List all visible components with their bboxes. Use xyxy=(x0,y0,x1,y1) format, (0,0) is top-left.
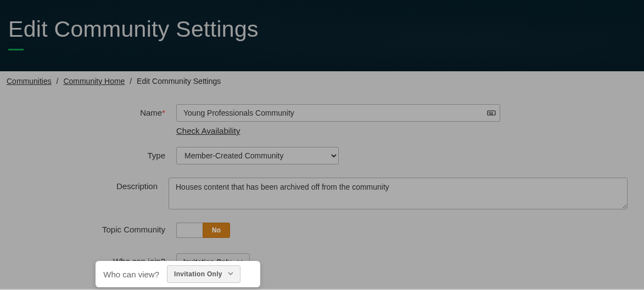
breadcrumb-community-home[interactable]: Community Home xyxy=(63,77,125,86)
title-underline xyxy=(8,49,24,50)
breadcrumb-separator: / xyxy=(130,77,132,86)
label-type: Type xyxy=(9,147,176,160)
row-topic-community: Topic Community No xyxy=(9,223,635,238)
row-type: Type Member-Created Community xyxy=(9,147,635,164)
form-content: Name* Check Availability Type Member-Cre… xyxy=(0,91,644,289)
who-can-view-value: Invitation Only xyxy=(174,270,222,278)
who-can-view-dropdown[interactable]: Invitation Only xyxy=(167,265,240,283)
breadcrumb-current: Edit Community Settings xyxy=(137,77,221,86)
name-input[interactable] xyxy=(176,104,500,122)
breadcrumb-separator: / xyxy=(57,77,59,86)
topic-community-toggle[interactable]: No xyxy=(176,223,628,238)
svg-rect-0 xyxy=(488,111,495,115)
breadcrumb: Communities / Community Home / Edit Comm… xyxy=(0,71,644,91)
type-select[interactable]: Member-Created Community xyxy=(176,147,339,164)
toggle-off-side xyxy=(176,223,203,238)
breadcrumb-communities[interactable]: Communities xyxy=(7,77,52,86)
label-topic-community: Topic Community xyxy=(9,223,176,234)
page-title: Edit Community Settings xyxy=(8,16,636,42)
who-can-view-highlight: Who can view? Invitation Only xyxy=(96,261,260,287)
required-asterisk: * xyxy=(162,108,165,117)
svg-rect-3 xyxy=(492,112,493,113)
chevron-down-icon xyxy=(228,270,233,278)
svg-rect-2 xyxy=(490,112,491,113)
svg-rect-1 xyxy=(489,112,490,113)
label-name: Name* xyxy=(9,104,176,117)
svg-rect-4 xyxy=(489,113,493,115)
label-description: Description xyxy=(9,178,169,191)
check-availability-link[interactable]: Check Availability xyxy=(176,126,240,135)
row-description: Description Houses content that has been… xyxy=(9,178,635,212)
toggle-no-label: No xyxy=(203,223,230,238)
hero-banner: Edit Community Settings xyxy=(0,0,644,71)
row-name: Name* Check Availability xyxy=(9,104,635,136)
label-who-can-view: Who can view? xyxy=(101,270,159,279)
keyboard-icon xyxy=(487,109,496,117)
description-textarea[interactable]: Houses content that has been archived of… xyxy=(169,178,628,209)
